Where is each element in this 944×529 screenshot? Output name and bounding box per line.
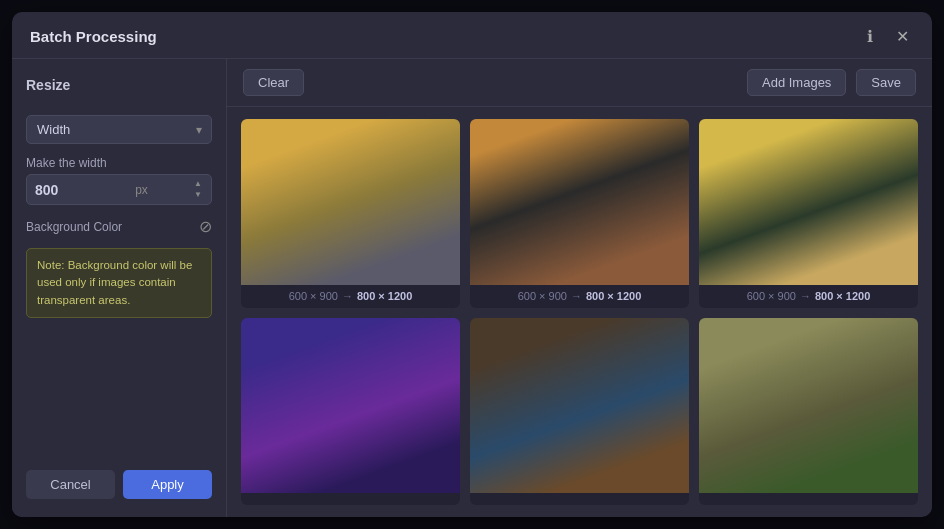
image-card-2[interactable]: 600 × 900 → 800 × 1200 bbox=[470, 119, 689, 308]
close-icon: ✕ bbox=[896, 27, 909, 46]
modal-header-icons: ℹ ✕ bbox=[858, 24, 914, 48]
main-content: Clear Add Images Save 600 × 900 → 800 × … bbox=[227, 59, 932, 517]
close-button[interactable]: ✕ bbox=[890, 24, 914, 48]
info-icon: ℹ bbox=[867, 27, 873, 46]
width-value-row: px ▲ ▼ bbox=[26, 174, 212, 205]
image-label-2: 600 × 900 → 800 × 1200 bbox=[470, 285, 689, 308]
add-images-button[interactable]: Add Images bbox=[747, 69, 846, 96]
image-preview-3 bbox=[699, 119, 918, 285]
resize-section-title: Resize bbox=[26, 77, 212, 93]
image-label-6 bbox=[699, 493, 918, 505]
sidebar: Resize Width Height Percentage ▾ Make th… bbox=[12, 59, 227, 517]
arrow-2: → bbox=[571, 290, 582, 302]
dim-from-1: 600 × 900 bbox=[289, 290, 338, 302]
dim-to-1: 800 × 1200 bbox=[357, 290, 412, 302]
note-box: Note: Background color will be used only… bbox=[26, 248, 212, 318]
image-label-5 bbox=[470, 493, 689, 505]
image-preview-4 bbox=[241, 318, 460, 493]
color-picker-icon[interactable]: ⊘ bbox=[199, 217, 212, 236]
main-toolbar: Clear Add Images Save bbox=[227, 59, 932, 107]
width-decrement-button[interactable]: ▼ bbox=[193, 190, 203, 200]
width-spinner: ▲ ▼ bbox=[193, 179, 203, 200]
width-increment-button[interactable]: ▲ bbox=[193, 179, 203, 189]
image-card-5[interactable] bbox=[470, 318, 689, 505]
width-input[interactable] bbox=[35, 182, 90, 198]
image-grid: 600 × 900 → 800 × 1200 600 × 900 → 800 ×… bbox=[227, 107, 932, 517]
image-preview-5 bbox=[470, 318, 689, 493]
image-preview-6 bbox=[699, 318, 918, 493]
batch-processing-modal: Batch Processing ℹ ✕ Resize Width Heig bbox=[12, 12, 932, 517]
image-card-3[interactable]: 600 × 900 → 800 × 1200 bbox=[699, 119, 918, 308]
save-button[interactable]: Save bbox=[856, 69, 916, 96]
arrow-1: → bbox=[342, 290, 353, 302]
note-text: Note: Background color will be used only… bbox=[37, 259, 192, 306]
resize-type-dropdown[interactable]: Width Height Percentage bbox=[26, 115, 212, 144]
width-input-wrap: px ▲ ▼ bbox=[26, 174, 212, 205]
image-label-3: 600 × 900 → 800 × 1200 bbox=[699, 285, 918, 308]
sidebar-actions: Cancel Apply bbox=[26, 460, 212, 499]
background-color-row: Background Color ⊘ bbox=[26, 217, 212, 236]
image-preview-1 bbox=[241, 119, 460, 285]
dim-to-2: 800 × 1200 bbox=[586, 290, 641, 302]
modal-header: Batch Processing ℹ ✕ bbox=[12, 12, 932, 59]
image-preview-2 bbox=[470, 119, 689, 285]
image-card-1[interactable]: 600 × 900 → 800 × 1200 bbox=[241, 119, 460, 308]
image-card-6[interactable] bbox=[699, 318, 918, 505]
modal-title: Batch Processing bbox=[30, 28, 157, 45]
apply-button[interactable]: Apply bbox=[123, 470, 212, 499]
dim-from-2: 600 × 900 bbox=[518, 290, 567, 302]
dim-from-3: 600 × 900 bbox=[747, 290, 796, 302]
resize-type-dropdown-row: Width Height Percentage ▾ bbox=[26, 115, 212, 144]
modal-body: Resize Width Height Percentage ▾ Make th… bbox=[12, 59, 932, 517]
image-label-1: 600 × 900 → 800 × 1200 bbox=[241, 285, 460, 308]
width-label: Make the width bbox=[26, 156, 212, 170]
clear-button[interactable]: Clear bbox=[243, 69, 304, 96]
cancel-button[interactable]: Cancel bbox=[26, 470, 115, 499]
width-unit: px bbox=[135, 183, 148, 197]
image-card-4[interactable] bbox=[241, 318, 460, 505]
modal-overlay: Batch Processing ℹ ✕ Resize Width Heig bbox=[0, 0, 944, 529]
arrow-3: → bbox=[800, 290, 811, 302]
width-input-group: Make the width px ▲ ▼ bbox=[26, 156, 212, 205]
image-label-4 bbox=[241, 493, 460, 505]
info-button[interactable]: ℹ bbox=[858, 24, 882, 48]
dim-to-3: 800 × 1200 bbox=[815, 290, 870, 302]
background-color-label: Background Color bbox=[26, 220, 122, 234]
